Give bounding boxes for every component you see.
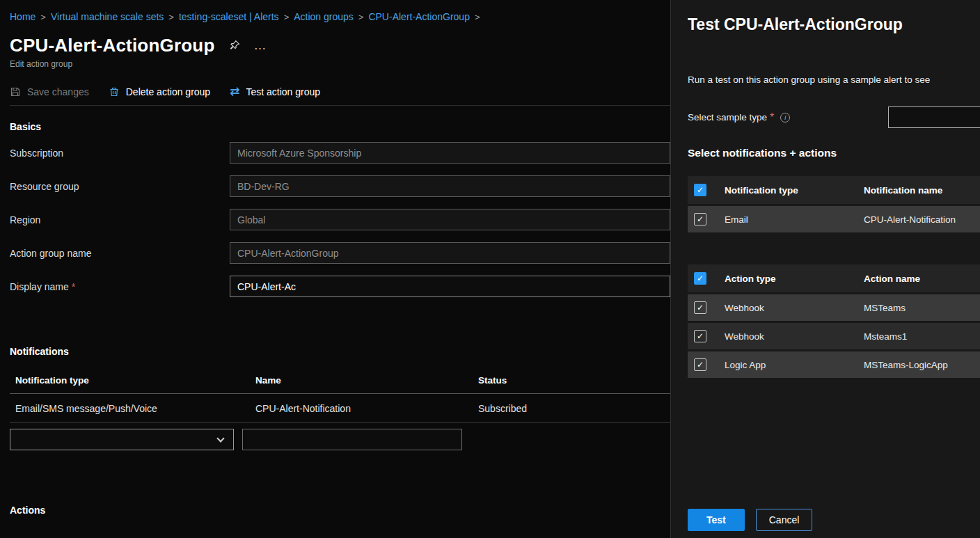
breadcrumb-separator: > — [358, 12, 364, 22]
breadcrumb-separator: > — [168, 12, 174, 22]
panel-notification-table-header: ✓ Notification type Notification name — [688, 176, 980, 204]
resource-group-label: Resource group — [10, 181, 230, 192]
subscription-label: Subscription — [10, 148, 230, 159]
page-title: CPU-Alert-ActionGroup — [10, 34, 215, 56]
form-row-action-group-name: Action group name CPU-Alert-ActionGroup — [10, 242, 670, 264]
breadcrumb-link-action-groups[interactable]: Action groups — [294, 11, 354, 22]
test-action-group-panel: Test CPU-Alert-ActionGroup Run a test on… — [670, 0, 980, 538]
breadcrumb: Home>Virtual machine scale sets>testing-… — [10, 10, 670, 24]
basics-form: Subscription Microsoft Azure Sponsorship… — [10, 142, 670, 297]
panel-notification-table: ✓ Notification type Notification name ✓ … — [688, 176, 980, 232]
display-name-input[interactable] — [230, 276, 670, 297]
page-header: CPU-Alert-ActionGroup … — [10, 34, 670, 56]
webhook-msteams-checkbox[interactable]: ✓ — [694, 301, 706, 314]
column-notification-type: Notification type — [725, 185, 864, 196]
action-name-cell: Msteams1 — [864, 331, 980, 342]
action-type-cell: Logic App — [725, 360, 864, 370]
breadcrumb-link-current[interactable]: CPU-Alert-ActionGroup — [368, 11, 470, 22]
panel-action-row: ✓ Webhook Msteams1 — [688, 323, 980, 349]
notification-name-cell: CPU-Alert-Notification — [864, 214, 980, 225]
sample-type-label: Select sample type — [688, 112, 767, 122]
action-group-name-label: Action group name — [10, 248, 230, 259]
breadcrumb-separator: > — [40, 12, 46, 22]
column-status: Status — [473, 375, 670, 386]
breadcrumb-separator: > — [475, 12, 480, 22]
subscription-input: Microsoft Azure Sponsorship — [230, 142, 670, 164]
test-button[interactable]: Test — [688, 509, 745, 531]
panel-action-row: ✓ Webhook MSTeams — [688, 294, 980, 321]
logic-app-checkbox[interactable]: ✓ — [694, 358, 706, 371]
notifications-heading: Notifications — [10, 346, 670, 358]
panel-action-table: ✓ Action type Action name ✓ Webhook MSTe… — [688, 264, 980, 378]
actions-heading: Actions — [10, 505, 670, 516]
select-all-notifications-checkbox[interactable]: ✓ — [694, 184, 706, 196]
panel-action-row: ✓ Logic App MSTeams-LogicApp — [688, 351, 980, 378]
test-action-group-button[interactable]: ⇄ Test action group — [230, 86, 320, 97]
panel-title: Test CPU-Alert-ActionGroup — [688, 14, 963, 35]
action-name-cell: MSTeams — [864, 303, 980, 313]
swap-arrows-icon: ⇄ — [230, 86, 239, 97]
delete-action-group-button[interactable]: Delete action group — [109, 86, 210, 97]
notification-type-cell: Email — [725, 214, 864, 225]
column-action-type: Action type — [725, 274, 864, 284]
save-icon — [10, 86, 21, 97]
notification-type-select[interactable] — [10, 429, 234, 450]
breadcrumb-link-home[interactable]: Home — [10, 11, 35, 22]
test-action-group-label: Test action group — [246, 86, 320, 97]
column-notification-type: Notification type — [10, 375, 250, 386]
action-type-cell: Webhook — [725, 331, 864, 342]
panel-footer: Test Cancel — [688, 509, 812, 531]
main-content: Home>Virtual machine scale sets>testing-… — [0, 0, 670, 538]
breadcrumb-link-vmss[interactable]: Virtual machine scale sets — [51, 11, 164, 22]
pin-icon[interactable] — [229, 40, 240, 51]
required-asterisk: * — [72, 281, 75, 292]
notification-type-cell: Email/SMS message/Push/Voice — [10, 403, 250, 414]
webhook-msteams1-checkbox[interactable]: ✓ — [694, 330, 706, 342]
notifications-table: Notification type Name Status Email/SMS … — [10, 367, 670, 423]
form-row-display-name: Display name* — [10, 276, 670, 297]
basics-heading: Basics — [10, 121, 670, 133]
column-name: Name — [250, 375, 473, 386]
notifications-table-header: Notification type Name Status — [10, 367, 670, 394]
form-row-resource-group: Resource group BD-Dev-RG — [10, 175, 670, 197]
region-label: Region — [10, 214, 230, 226]
delete-action-group-label: Delete action group — [126, 86, 210, 97]
cancel-button[interactable]: Cancel — [756, 509, 813, 531]
command-bar: Save changes Delete action group ⇄ Test … — [10, 85, 670, 106]
panel-description: Run a test on this action group using a … — [688, 74, 963, 86]
column-notification-name: Notification name — [864, 185, 980, 196]
sample-type-select[interactable] — [888, 106, 980, 128]
display-name-label: Display name* — [10, 281, 230, 292]
action-group-name-input: CPU-Alert-ActionGroup — [230, 242, 670, 264]
notification-name-cell: CPU-Alert-Notification — [250, 403, 473, 414]
save-changes-button[interactable]: Save changes — [10, 86, 89, 97]
panel-notification-row: ✓ Email CPU-Alert-Notification — [688, 206, 980, 232]
chevron-down-icon — [216, 434, 224, 442]
notification-name-input[interactable] — [242, 429, 462, 450]
action-name-cell: MSTeams-LogicApp — [864, 360, 980, 370]
breadcrumb-link-scaleset-alerts[interactable]: testing-scaleset | Alerts — [179, 11, 279, 22]
save-changes-label: Save changes — [27, 86, 89, 97]
notification-row: Email/SMS message/Push/Voice CPU-Alert-N… — [10, 394, 670, 423]
breadcrumb-separator: > — [284, 12, 290, 22]
select-all-actions-checkbox[interactable]: ✓ — [694, 272, 706, 285]
more-options-icon[interactable]: … — [254, 42, 267, 49]
required-asterisk: * — [770, 111, 774, 124]
region-input: Global — [230, 209, 670, 230]
notification-status-cell: Subscribed — [473, 403, 670, 414]
info-icon[interactable]: i — [780, 113, 790, 122]
column-action-name: Action name — [864, 274, 980, 284]
action-type-cell: Webhook — [725, 303, 864, 313]
select-notifications-heading: Select notifications + actions — [688, 146, 963, 159]
email-checkbox[interactable]: ✓ — [694, 213, 706, 226]
new-notification-row — [10, 429, 670, 450]
form-row-region: Region Global — [10, 209, 670, 230]
resource-group-input: BD-Dev-RG — [230, 175, 670, 197]
azure-portal-page: Home>Virtual machine scale sets>testing-… — [0, 0, 980, 538]
panel-action-table-header: ✓ Action type Action name — [688, 264, 980, 292]
page-subtitle: Edit action group — [10, 59, 670, 70]
form-row-subscription: Subscription Microsoft Azure Sponsorship — [10, 142, 670, 164]
sample-type-row: Select sample type * i — [688, 106, 963, 128]
trash-icon — [109, 86, 120, 97]
